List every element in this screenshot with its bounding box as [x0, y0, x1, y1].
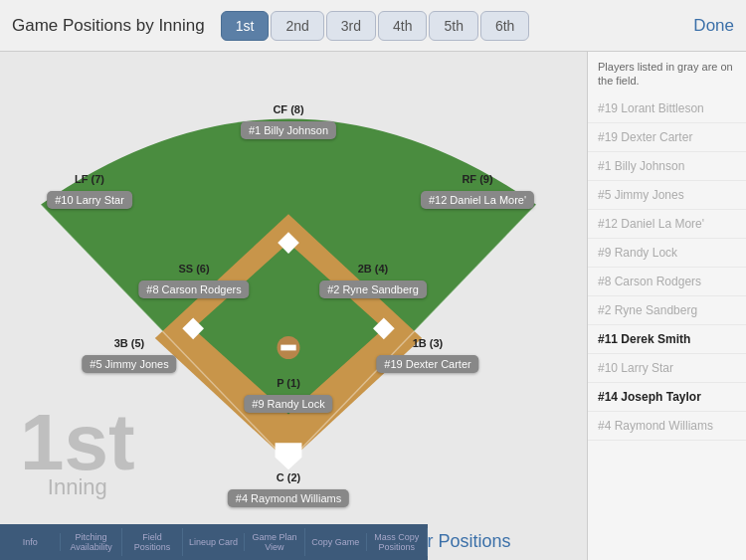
player-badge-p[interactable]: #9 Randy Lock: [244, 395, 332, 413]
position-label-lf: LF (7): [75, 173, 104, 185]
position-label-c: C (2): [277, 471, 300, 483]
inning-tabs: 1st2nd3rd4th5th6th: [221, 11, 530, 41]
nav-tab-2[interactable]: Field Positions: [122, 528, 183, 556]
inning-tab-2nd[interactable]: 2nd: [271, 11, 323, 41]
main-container: Game Positions by Inning 1st2nd3rd4th5th…: [0, 0, 746, 560]
player-badge-rf[interactable]: #12 Daniel La More': [421, 191, 534, 209]
player-badge-2b[interactable]: #2 Ryne Sandberg: [319, 280, 427, 298]
player-list-item[interactable]: #19 Lorant Bittleson: [588, 94, 746, 123]
player-list-item[interactable]: #8 Carson Rodgers: [588, 268, 746, 296]
panel-header: Players listed in gray are on the field.: [588, 60, 746, 94]
inning-tab-3rd[interactable]: 3rd: [326, 11, 376, 41]
position-label-1b: 1B (3): [413, 337, 444, 349]
position-label-3b: 3B (5): [114, 337, 145, 349]
player-list-item[interactable]: #14 Joseph Taylor: [588, 383, 746, 412]
done-button[interactable]: Done: [693, 16, 734, 36]
player-list: #19 Lorant Bittleson#19 Dexter Carter#1 …: [588, 94, 746, 441]
body: CF (8)#1 Billy JohnsonLF (7)#10 Larry St…: [0, 52, 746, 560]
player-badge-cf[interactable]: #1 Billy Johnson: [241, 121, 336, 139]
player-list-item[interactable]: #2 Ryne Sandberg: [588, 296, 746, 325]
player-list-item[interactable]: #19 Dexter Carter: [588, 123, 746, 152]
nav-tab-0[interactable]: Info: [0, 533, 61, 551]
right-panel: Players listed in gray are on the field.…: [587, 52, 746, 560]
position-label-rf: RF (9): [462, 173, 492, 185]
position-label-2b: 2B (4): [358, 263, 389, 275]
inning-tab-1st[interactable]: 1st: [221, 11, 270, 41]
inning-number: 1st: [20, 403, 135, 482]
player-list-item[interactable]: #10 Larry Star: [588, 354, 746, 383]
player-badge-ss[interactable]: #8 Carson Rodgers: [138, 280, 249, 298]
inning-tab-4th[interactable]: 4th: [378, 11, 427, 41]
position-label-p: P (1): [277, 377, 300, 389]
inning-overlay: 1st Inning: [20, 403, 135, 500]
player-list-item[interactable]: #11 Derek Smith: [588, 325, 746, 354]
player-badge-lf[interactable]: #10 Larry Star: [47, 191, 132, 209]
nav-tab-6[interactable]: Mass Copy Positions: [367, 528, 428, 556]
player-badge-3b[interactable]: #5 Jimmy Jones: [82, 355, 176, 373]
player-list-item[interactable]: #4 Raymond Williams: [588, 412, 746, 441]
player-badge-1b[interactable]: #19 Dexter Carter: [376, 355, 478, 373]
player-list-item[interactable]: #9 Randy Lock: [588, 239, 746, 268]
nav-tab-3[interactable]: Lineup Card: [183, 533, 244, 551]
nav-tab-1[interactable]: Pitching Availability: [61, 528, 121, 556]
player-list-item[interactable]: #12 Daniel La More': [588, 210, 746, 239]
page-title: Game Positions by Inning: [12, 16, 205, 36]
field-area: CF (8)#1 Billy JohnsonLF (7)#10 Larry St…: [0, 52, 587, 560]
nav-tab-5[interactable]: Copy Game: [305, 533, 366, 551]
nav-tab-4[interactable]: Game Plan View: [245, 528, 305, 556]
player-list-item[interactable]: #1 Billy Johnson: [588, 152, 746, 181]
nav-bar: InfoPitching AvailabilityField Positions…: [0, 524, 428, 560]
player-list-item[interactable]: #5 Jimmy Jones: [588, 181, 746, 210]
player-badge-c[interactable]: #4 Raymond Williams: [228, 489, 349, 507]
position-label-ss: SS (6): [178, 263, 209, 275]
inning-tab-5th[interactable]: 5th: [429, 11, 477, 41]
position-label-cf: CF (8): [273, 103, 303, 115]
inning-tab-6th[interactable]: 6th: [480, 11, 529, 41]
header: Game Positions by Inning 1st2nd3rd4th5th…: [0, 0, 746, 52]
